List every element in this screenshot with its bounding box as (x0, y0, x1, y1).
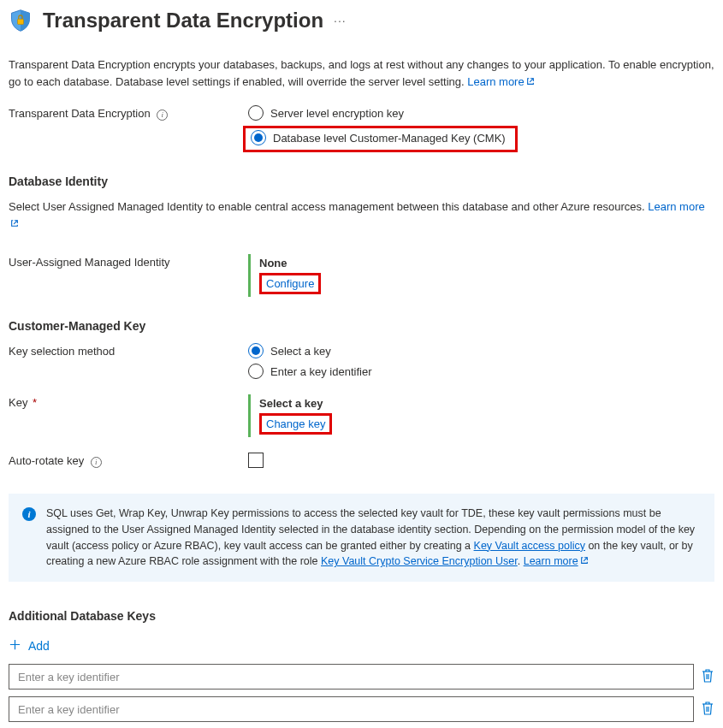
shield-lock-icon (9, 9, 33, 33)
radio-icon (251, 130, 266, 145)
db-identity-heading: Database Identity (9, 175, 714, 188)
required-indicator: * (29, 396, 37, 409)
info-icon[interactable]: i (157, 109, 168, 121)
change-key-link[interactable]: Change key (266, 417, 325, 430)
add-key-button[interactable]: Add (9, 638, 50, 654)
cmk-heading: Customer-Managed Key (9, 319, 714, 333)
key-value-block: Select a key Change key (248, 394, 332, 437)
radio-db-cmk[interactable]: Database level Customer-Managed Key (CMK… (248, 128, 508, 147)
info-icon: i (22, 507, 36, 521)
key-identifier-input[interactable] (9, 696, 694, 722)
page-header: Transparent Data Encryption ··· (9, 9, 714, 33)
key-rows-container (9, 664, 714, 722)
uami-row: User-Assigned Managed Identity None Conf… (9, 254, 714, 297)
banner-text: SQL uses Get, Wrap Key, Unwrap Key permi… (46, 506, 701, 570)
delete-key-button[interactable] (701, 701, 714, 719)
key-identifier-input[interactable] (9, 664, 694, 690)
key-identifier-row (9, 696, 714, 722)
autorotate-checkbox[interactable] (248, 453, 264, 468)
radio-server-level[interactable]: Server level encryption key (248, 105, 714, 121)
external-link-icon (580, 553, 589, 570)
key-identifier-row (9, 664, 714, 690)
tde-row: Transparent Data Encryption i Server lev… (9, 105, 714, 152)
configure-link[interactable]: Configure (266, 277, 314, 290)
plus-icon (9, 638, 21, 654)
external-link-icon (526, 74, 535, 91)
key-row: Key * Select a key Change key (9, 394, 714, 437)
radio-icon (248, 343, 264, 358)
configure-highlight: Configure (259, 273, 321, 294)
radio-enter-identifier[interactable]: Enter a key identifier (248, 364, 714, 379)
tde-label: Transparent Data Encryption i (9, 105, 248, 121)
db-identity-desc: Select User Assigned Managed Identity to… (9, 198, 714, 232)
more-actions-button[interactable]: ··· (334, 14, 347, 27)
svg-rect-0 (18, 19, 24, 24)
kv-access-policy-link[interactable]: Key Vault access policy (474, 540, 585, 552)
radio-select-key[interactable]: Select a key (248, 343, 714, 358)
radio-icon (248, 105, 264, 121)
change-key-highlight: Change key (259, 413, 332, 435)
delete-key-button[interactable] (701, 668, 714, 686)
intro-text: Transparent Data Encryption encrypts you… (9, 56, 714, 90)
key-selection-row: Key selection method Select a key Enter … (9, 343, 714, 384)
radio-icon (248, 364, 264, 379)
external-link-icon (10, 216, 19, 233)
key-label: Key * (9, 394, 248, 409)
autorotate-row: Auto-rotate key i (9, 453, 714, 468)
banner-learn-more-link[interactable]: Learn more (524, 555, 578, 567)
page-title: Transparent Data Encryption (43, 9, 323, 33)
info-icon[interactable]: i (91, 457, 102, 468)
uami-label: User-Assigned Managed Identity (9, 254, 248, 269)
uami-value-block: None Configure (248, 254, 321, 297)
permissions-info-banner: i SQL uses Get, Wrap Key, Unwrap Key per… (9, 494, 714, 582)
intro-learn-more-link[interactable]: Learn more (467, 75, 534, 88)
autorotate-label: Auto-rotate key i (9, 453, 248, 468)
key-selection-label: Key selection method (9, 343, 248, 358)
additional-keys-heading: Additional Database Keys (9, 609, 714, 623)
kv-crypto-role-link[interactable]: Key Vault Crypto Service Encryption User (321, 555, 518, 567)
